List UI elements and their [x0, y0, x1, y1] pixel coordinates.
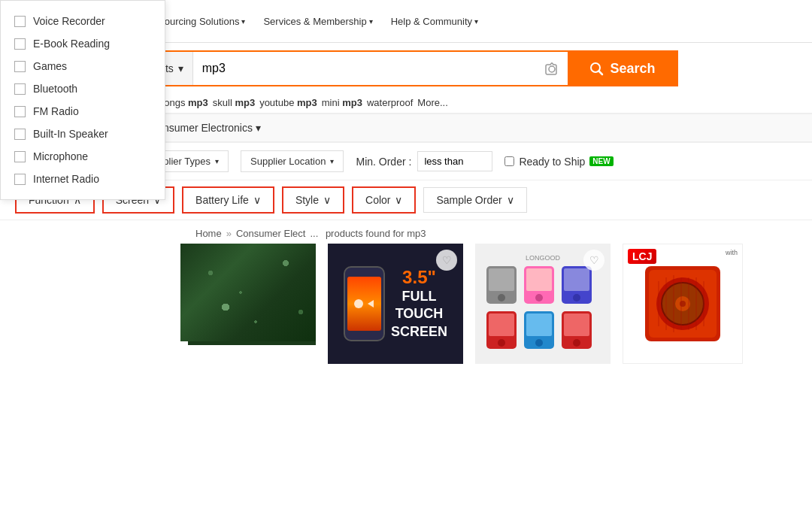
product-image-circuit-board [180, 244, 316, 364]
pcb-image [180, 244, 316, 341]
nav-services-membership[interactable]: Services & Membership ▾ [263, 16, 372, 27]
wishlist-button-1[interactable]: ♡ [436, 250, 457, 271]
touch-screen-text: 3.5" FULL TOUCH SCREEN [391, 267, 447, 341]
svg-point-28 [498, 294, 505, 301]
voice-recorder-checkbox[interactable] [14, 16, 26, 27]
colorful-mp3-svg: LONGOOD [483, 251, 603, 356]
speaker-svg [630, 251, 735, 356]
product-image-lcj: LCJ with [623, 244, 743, 364]
supplier-location-filter[interactable]: Supplier Location ▾ [241, 150, 344, 172]
svg-point-31 [535, 294, 543, 301]
products-found-text: products found for mp3 [323, 228, 426, 239]
bluetooth-checkbox[interactable] [14, 83, 26, 95]
battery-life-filter-chip[interactable]: Battery Life ∨ [182, 186, 274, 214]
product-card-circuit-board[interactable] [180, 244, 316, 364]
style-filter-chip[interactable]: Style ∨ [282, 186, 344, 214]
chevron-down-icon: ▾ [330, 157, 334, 165]
dropdown-item-games[interactable]: Games [1, 55, 165, 77]
lcj-logo: LCJ [628, 249, 656, 264]
fm-radio-checkbox[interactable] [14, 106, 26, 117]
related-term-youtube[interactable]: youtube mp3 [259, 97, 317, 108]
related-term-skull[interactable]: skull mp3 [213, 97, 255, 108]
color-filter-chip[interactable]: Color ∨ [352, 186, 416, 214]
chevron-down-icon: ▾ [474, 17, 478, 26]
nav-links: Sourcing Solutions ▾ Services & Membersh… [158, 16, 797, 27]
main-content-section: Voice Recorder E-Book Reading Games Blue… [0, 223, 812, 364]
ready-to-ship-group: Ready to Ship NEW [504, 156, 613, 168]
svg-rect-27 [489, 268, 514, 291]
microphone-checkbox[interactable] [14, 151, 26, 162]
dropdown-item-built-in-speaker[interactable]: Built-In Speaker [1, 123, 165, 145]
search-icon [589, 61, 604, 76]
product-card-lcj-speaker[interactable]: LCJ with [623, 244, 743, 364]
dropdown-item-microphone[interactable]: Microphone [1, 145, 165, 168]
dropdown-item-ebook[interactable]: E-Book Reading [1, 32, 165, 55]
products-section: Home » Consumer Elect ... products found… [180, 223, 797, 364]
svg-rect-36 [489, 314, 514, 336]
svg-point-34 [573, 294, 580, 301]
internet-radio-checkbox[interactable] [14, 174, 26, 185]
search-input[interactable] [193, 52, 537, 85]
search-button[interactable]: Search [568, 52, 676, 85]
chevron-down-icon: ▾ [215, 157, 219, 165]
svg-point-23 [354, 299, 363, 308]
ebook-checkbox[interactable] [14, 38, 26, 50]
camera-search-button[interactable] [536, 60, 568, 77]
nav-help-community[interactable]: Help & Community ▾ [391, 16, 478, 27]
breadcrumb-category[interactable]: Consumer Elect [236, 228, 305, 239]
chevron-down-icon: ∨ [395, 194, 402, 206]
svg-point-49 [680, 301, 686, 307]
chevron-down-icon: ▾ [241, 17, 245, 26]
svg-rect-33 [564, 268, 589, 291]
sample-order-filter-chip[interactable]: Sample Order ∨ [423, 187, 526, 213]
products-grid: ♡ 3.5" FULL TOUCH SCREEN [180, 244, 797, 364]
built-in-speaker-checkbox[interactable] [14, 129, 26, 140]
svg-text:LONGOOD: LONGOOD [526, 254, 561, 262]
camera-icon [544, 60, 560, 77]
breadcrumb: Home » Consumer Elect ... products found… [180, 223, 797, 244]
nav-sourcing-solutions[interactable]: Sourcing Solutions ▾ [158, 16, 245, 27]
chevron-down-icon: ∨ [253, 194, 261, 206]
separator-3 [0, 220, 812, 220]
games-checkbox[interactable] [14, 61, 26, 72]
related-term-mini[interactable]: mini mp3 [322, 97, 362, 108]
svg-rect-30 [526, 268, 552, 291]
svg-point-4 [549, 66, 555, 72]
related-term-more[interactable]: More... [417, 97, 447, 108]
related-term-waterproof[interactable]: waterproof [367, 97, 413, 108]
chevron-down-icon: ▾ [256, 122, 261, 134]
phone-image [344, 266, 385, 341]
svg-rect-39 [526, 314, 552, 336]
svg-marker-24 [368, 300, 374, 308]
function-dropdown: Voice Recorder E-Book Reading Games Blue… [0, 0, 165, 200]
svg-line-6 [599, 71, 603, 75]
ready-to-ship-checkbox[interactable] [504, 156, 514, 166]
svg-point-43 [573, 339, 580, 347]
pcb-details [180, 244, 316, 341]
category-consumer-electronics[interactable]: Consumer Electronics ▾ [150, 122, 261, 134]
min-order-group: Min. Order : [356, 151, 492, 171]
chevron-down-icon: ▾ [178, 62, 183, 74]
product-card-colorful-mp3[interactable]: ♡ LONGOOD [475, 244, 611, 364]
breadcrumb-home[interactable]: Home [195, 228, 222, 239]
chevron-down-icon: ∨ [507, 194, 514, 206]
wishlist-button-2[interactable]: ♡ [583, 250, 604, 271]
product-image-touch-screen: ♡ 3.5" FULL TOUCH SCREEN [328, 244, 463, 364]
function-dropdown-panel: Voice Recorder E-Book Reading Games Blue… [15, 229, 180, 364]
dropdown-item-internet-radio[interactable]: Internet Radio [1, 168, 165, 190]
chevron-down-icon: ∨ [323, 194, 331, 206]
min-order-input[interactable] [417, 151, 492, 171]
chevron-down-icon: ▾ [369, 17, 373, 26]
svg-point-37 [498, 339, 505, 347]
dropdown-item-bluetooth[interactable]: Bluetooth [1, 77, 165, 100]
product-image-colorful-mp3: ♡ LONGOOD [475, 244, 611, 364]
lcj-bg: LCJ with [623, 244, 743, 364]
dropdown-item-fm-radio[interactable]: FM Radio [1, 100, 165, 123]
svg-point-40 [535, 339, 543, 347]
svg-rect-42 [564, 314, 589, 336]
dropdown-item-voice-recorder[interactable]: Voice Recorder [1, 10, 165, 32]
product-card-touch-screen[interactable]: ♡ 3.5" FULL TOUCH SCREEN [328, 244, 463, 364]
search-box: Products ▾ Search [122, 50, 678, 86]
